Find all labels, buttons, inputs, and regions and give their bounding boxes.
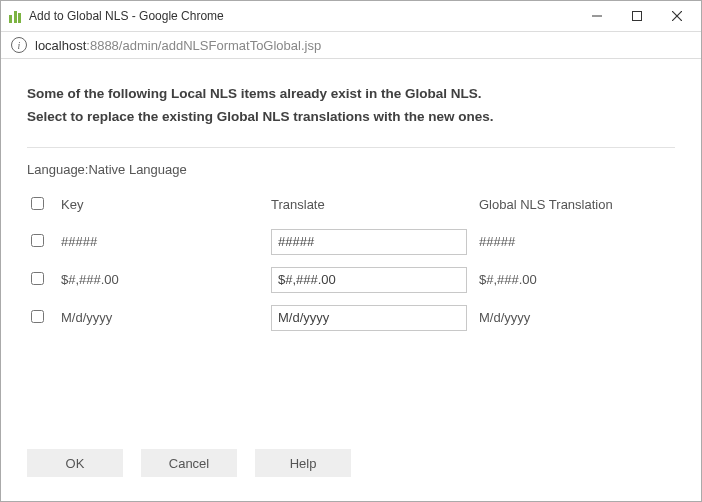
cell-global: ##### (475, 223, 675, 261)
info-icon: i (11, 37, 27, 53)
divider (27, 147, 675, 148)
cell-global: M/d/yyyy (475, 299, 675, 337)
maximize-button[interactable] (617, 2, 657, 30)
cell-key: ##### (57, 223, 267, 261)
ok-button[interactable]: OK (27, 449, 123, 477)
app-icon (9, 9, 21, 23)
select-all-checkbox[interactable] (31, 197, 44, 210)
page-content: Some of the following Local NLS items al… (1, 59, 701, 353)
intro-line-1: Some of the following Local NLS items al… (27, 83, 675, 106)
header-translate: Translate (267, 191, 475, 223)
row-checkbox[interactable] (31, 310, 44, 323)
address-host: localhost (35, 38, 86, 53)
help-button[interactable]: Help (255, 449, 351, 477)
intro-line-2: Select to replace the existing Global NL… (27, 106, 675, 129)
table-row: M/d/yyyy M/d/yyyy (27, 299, 675, 337)
button-row: OK Cancel Help (27, 449, 351, 477)
nls-table: Key Translate Global NLS Translation ###… (27, 191, 675, 337)
cancel-button[interactable]: Cancel (141, 449, 237, 477)
header-key: Key (57, 191, 267, 223)
cell-global: $#,###.00 (475, 261, 675, 299)
svg-rect-1 (633, 12, 642, 21)
header-global: Global NLS Translation (475, 191, 675, 223)
window-title: Add to Global NLS - Google Chrome (29, 9, 224, 23)
language-label: Language:Native Language (27, 162, 675, 177)
close-button[interactable] (657, 2, 697, 30)
cell-key: M/d/yyyy (57, 299, 267, 337)
translate-input[interactable] (271, 267, 467, 293)
cell-key: $#,###.00 (57, 261, 267, 299)
translate-input[interactable] (271, 229, 467, 255)
row-checkbox[interactable] (31, 272, 44, 285)
table-row: $#,###.00 $#,###.00 (27, 261, 675, 299)
window-titlebar: Add to Global NLS - Google Chrome (1, 1, 701, 31)
row-checkbox[interactable] (31, 234, 44, 247)
minimize-button[interactable] (577, 2, 617, 30)
translate-input[interactable] (271, 305, 467, 331)
address-bar[interactable]: i localhost:8888/admin/addNLSFormatToGlo… (1, 31, 701, 59)
address-path: :8888/admin/addNLSFormatToGlobal.jsp (86, 38, 321, 53)
table-row: ##### ##### (27, 223, 675, 261)
